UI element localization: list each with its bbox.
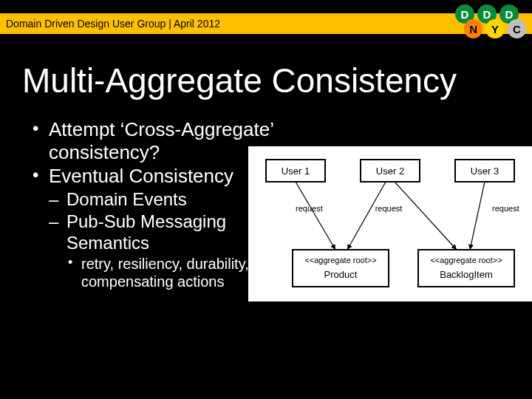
diagram-stereo1: <<aggregate root>>	[304, 256, 376, 265]
logo-c-icon: C	[508, 19, 526, 38]
bullet-domain-events: Domain Events	[49, 189, 281, 210]
body-text: Attempt ‘Cross-Aggregate’ consistency? E…	[30, 118, 281, 292]
diagram-user1: User 1	[282, 166, 310, 177]
bullet-pubsub-label: Pub-Sub Messaging Semantics	[66, 211, 226, 252]
diagram-req3: request	[492, 204, 519, 213]
page-title: Multi-Aggregate Consistency	[22, 61, 457, 100]
svg-line-7	[395, 182, 457, 250]
diagram-req2: request	[375, 204, 403, 213]
svg-line-6	[347, 182, 386, 250]
diagram-stereo2: <<aggregate root>>	[430, 256, 502, 265]
logo-ddd-nyc: D D D N Y C	[446, 4, 528, 46]
header-text: Domain Driven Design User Group | April …	[6, 18, 220, 30]
diagram-user3: User 3	[471, 166, 499, 177]
aggregate-diagram: User 1 User 2 User 3 <<aggregate root>> …	[248, 146, 532, 301]
bullet-pubsub: Pub-Sub Messaging Semantics retry, resil…	[49, 211, 281, 290]
diagram-agg-backlog: BacklogItem	[440, 269, 493, 280]
diagram-req1: request	[296, 204, 323, 213]
diagram-agg-product: Product	[324, 269, 358, 280]
svg-line-5	[296, 182, 335, 250]
bullet-eventual-consistency-label: Eventual Consistency	[49, 165, 233, 187]
logo-n-icon: N	[464, 19, 482, 38]
svg-line-8	[470, 182, 485, 250]
logo-y-icon: Y	[485, 19, 504, 38]
bullet-eventual-consistency: Eventual Consistency Domain Events Pub-S…	[30, 165, 281, 290]
bullet-cross-aggregate: Attempt ‘Cross-Aggregate’ consistency?	[30, 118, 281, 163]
diagram-user2: User 2	[376, 166, 404, 177]
